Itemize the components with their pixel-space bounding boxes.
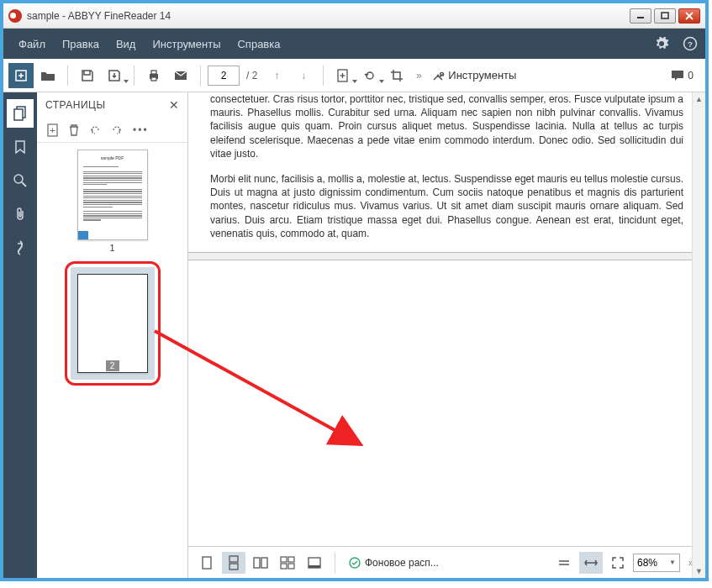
crop-button[interactable] xyxy=(384,63,409,88)
svg-point-18 xyxy=(14,175,23,183)
document-content[interactable]: consectetuer. Cras risus tortor, porttit… xyxy=(188,92,705,546)
more-button[interactable]: » xyxy=(411,63,426,88)
menu-file[interactable]: Файл xyxy=(10,38,54,50)
separator xyxy=(335,553,335,573)
svg-rect-32 xyxy=(309,565,320,568)
open-button[interactable] xyxy=(35,63,61,88)
thumbnails-list: sample PDF 1 xyxy=(37,143,187,578)
single-page-icon[interactable] xyxy=(195,552,219,574)
menu-tools[interactable]: Инструменты xyxy=(144,38,229,50)
zoom-selector[interactable]: 68%▼ xyxy=(633,554,680,572)
svg-rect-28 xyxy=(288,557,294,562)
svg-rect-29 xyxy=(281,564,287,569)
attachments-tab-icon[interactable] xyxy=(7,200,34,228)
tools-button[interactable]: Инструменты xyxy=(431,69,516,82)
svg-rect-25 xyxy=(254,558,260,568)
scroll-down-icon[interactable]: ▼ xyxy=(693,564,705,578)
save-button[interactable] xyxy=(75,63,100,88)
thumb-2-number: 2 xyxy=(106,360,119,371)
fit-width-icon[interactable] xyxy=(579,552,603,574)
panel-rotate-left-icon[interactable] xyxy=(89,124,101,136)
paragraph-1: consectetuer. Cras risus tortor, porttit… xyxy=(210,92,683,160)
svg-rect-17 xyxy=(14,109,23,120)
svg-rect-1 xyxy=(662,13,668,18)
thumb-1-number: 1 xyxy=(77,243,148,253)
svg-rect-10 xyxy=(151,71,156,74)
page-number-input[interactable] xyxy=(208,66,240,86)
svg-rect-11 xyxy=(151,77,156,81)
page-divider xyxy=(188,252,705,260)
background-recognition-status[interactable]: Фоновое расп... xyxy=(349,557,439,569)
fit-height-icon[interactable] xyxy=(552,552,576,574)
comments-button[interactable]: 0 xyxy=(671,70,694,81)
annotation-highlight: 2 xyxy=(65,261,161,386)
svg-rect-24 xyxy=(229,564,238,570)
panel-header: СТРАНИЦЫ ✕ xyxy=(37,92,187,118)
vertical-scrollbar[interactable]: ▲ ▼ xyxy=(692,92,705,578)
minimize-button[interactable] xyxy=(630,8,651,24)
email-button[interactable] xyxy=(168,63,193,88)
svg-rect-22 xyxy=(203,557,211,569)
svg-text:?: ? xyxy=(688,39,693,49)
menu-edit[interactable]: Правка xyxy=(54,38,108,50)
thumbnail-2[interactable]: 2 xyxy=(71,267,155,380)
panel-rotate-right-icon[interactable] xyxy=(111,124,123,136)
svg-rect-26 xyxy=(261,558,267,568)
next-page-button[interactable]: ↓ xyxy=(291,63,316,88)
fullscreen-icon[interactable] xyxy=(303,552,326,574)
continuous-page-icon[interactable] xyxy=(222,552,245,574)
help-icon[interactable]: ? xyxy=(682,35,699,52)
status-bar: Фоновое расп... 68%▼ » xyxy=(188,546,705,578)
side-rail xyxy=(3,92,37,578)
svg-line-19 xyxy=(22,182,26,186)
panel-delete-icon[interactable] xyxy=(69,124,79,136)
svg-rect-23 xyxy=(229,556,238,562)
document-area: consectetuer. Cras risus tortor, porttit… xyxy=(188,92,705,578)
title-bar: sample - ABBYY FineReader 14 xyxy=(3,3,705,29)
maximize-button[interactable] xyxy=(654,8,676,24)
svg-text:+: + xyxy=(50,125,55,135)
scroll-up-icon[interactable]: ▲ xyxy=(693,92,705,106)
close-button[interactable] xyxy=(678,8,700,24)
app-icon xyxy=(8,9,22,23)
main-toolbar: / 2 ↑ ↓ » Инструменты 0 xyxy=(3,59,705,92)
separator xyxy=(323,66,324,86)
two-page-icon[interactable] xyxy=(249,552,272,574)
add-page-button[interactable] xyxy=(330,63,356,88)
page-total-label: / 2 xyxy=(246,70,257,81)
panel-add-icon[interactable]: + xyxy=(47,123,59,137)
separator xyxy=(134,66,134,86)
menu-help[interactable]: Справка xyxy=(229,38,288,50)
search-tab-icon[interactable] xyxy=(7,166,34,195)
pages-tab-icon[interactable] xyxy=(7,99,34,128)
panel-close-icon[interactable]: ✕ xyxy=(169,98,180,112)
bookmarks-tab-icon[interactable] xyxy=(7,133,34,161)
two-continuous-icon[interactable] xyxy=(276,552,299,574)
thumbnail-1[interactable]: sample PDF 1 xyxy=(77,150,148,253)
fit-page-icon[interactable] xyxy=(606,552,630,574)
new-page-button[interactable] xyxy=(8,63,34,88)
window-title: sample - ABBYY FineReader 14 xyxy=(27,10,171,22)
separator xyxy=(200,66,201,86)
panel-title: СТРАНИЦЫ xyxy=(45,99,106,111)
settings-icon[interactable] xyxy=(653,35,670,52)
separator xyxy=(67,66,68,86)
panel-more-icon[interactable]: ••• xyxy=(133,124,149,136)
print-button[interactable] xyxy=(141,63,166,88)
pages-panel: СТРАНИЦЫ ✕ + ••• sample PDF xyxy=(37,92,188,578)
prev-page-button[interactable]: ↑ xyxy=(264,63,289,88)
svg-rect-27 xyxy=(281,557,287,562)
menu-bar: Файл Правка Вид Инструменты Справка ? xyxy=(3,29,705,59)
rotate-button[interactable] xyxy=(357,63,382,88)
signatures-tab-icon[interactable] xyxy=(7,234,34,262)
paragraph-2: Morbi elit nunc, facilisis a, mollis a, … xyxy=(210,172,683,240)
menu-view[interactable]: Вид xyxy=(108,38,145,50)
panel-toolbar: + ••• xyxy=(37,118,187,143)
svg-rect-30 xyxy=(288,564,294,569)
save-as-button[interactable] xyxy=(102,63,127,88)
